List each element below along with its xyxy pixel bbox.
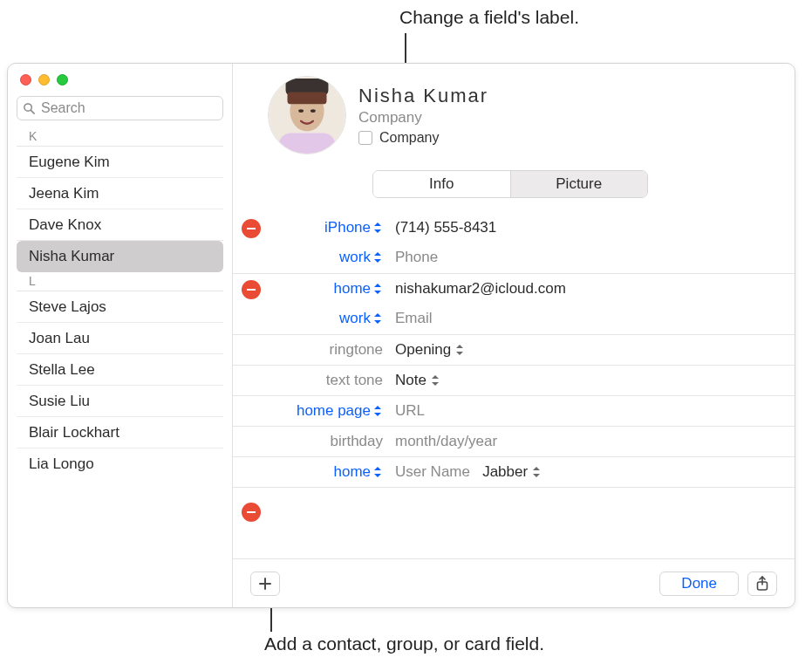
field-value[interactable]: (714) 555-8431 xyxy=(395,219,496,236)
field-label-static: ringtone xyxy=(330,341,383,359)
share-button[interactable] xyxy=(747,572,777,596)
im-service-popup[interactable]: Jabber xyxy=(482,463,542,481)
chevron-updown-icon xyxy=(374,467,383,477)
list-item[interactable]: Joan Lau xyxy=(17,323,223,354)
field-placeholder[interactable]: URL xyxy=(395,402,425,419)
list-item[interactable]: Blair Lockhart xyxy=(17,417,223,448)
minimize-icon[interactable] xyxy=(38,74,50,86)
field-label-popup[interactable]: home page xyxy=(297,402,383,420)
svg-point-6 xyxy=(298,109,304,113)
list-item[interactable]: Stella Lee xyxy=(17,354,223,386)
svg-line-1 xyxy=(31,110,34,113)
field-placeholder[interactable]: User Name xyxy=(395,463,470,480)
field-label-static: text tone xyxy=(326,372,383,389)
tab-info[interactable]: Info xyxy=(373,171,510,197)
field-label-popup[interactable]: work xyxy=(339,249,383,266)
field-placeholder[interactable]: Phone xyxy=(395,249,438,265)
field-label-popup[interactable]: home xyxy=(333,280,383,298)
zoom-icon[interactable] xyxy=(57,74,68,86)
chevron-updown-icon xyxy=(456,345,465,355)
tab-segmented: Info Picture xyxy=(372,170,648,198)
list-item[interactable]: Lia Longo xyxy=(17,448,223,480)
list-item[interactable]: Steve Lajos xyxy=(17,291,223,323)
close-icon[interactable] xyxy=(20,74,31,86)
field-placeholder[interactable]: Email xyxy=(395,310,433,326)
card-editor: Nisha Kumar Company Company Info Picture xyxy=(233,64,795,607)
list-item[interactable]: Susie Liu xyxy=(17,386,223,417)
remove-icon[interactable] xyxy=(242,219,261,238)
contact-list: K Eugene Kim Jeena Kim Dave Knox Nisha K… xyxy=(8,127,232,607)
field-label-static: birthday xyxy=(331,433,383,450)
company-checkbox[interactable] xyxy=(358,131,372,145)
field-label-popup[interactable]: iPhone xyxy=(324,219,383,236)
remove-icon[interactable] xyxy=(242,280,261,299)
chevron-updown-icon xyxy=(374,252,383,263)
company-field[interactable]: Company xyxy=(358,109,488,127)
field-label-popup[interactable]: work xyxy=(339,310,383,327)
plus-icon xyxy=(258,577,272,591)
bottom-toolbar: Done xyxy=(233,558,795,607)
field-list: iPhone (714) 555-8431 work Phone home ni… xyxy=(233,212,795,558)
search-input[interactable]: Search xyxy=(17,96,223,120)
chevron-updown-icon xyxy=(374,222,383,233)
chevron-updown-icon xyxy=(374,284,383,294)
section-header-l: L xyxy=(17,272,223,291)
add-button[interactable] xyxy=(250,572,280,596)
window-controls xyxy=(8,72,232,96)
card-header: Nisha Kumar Company Company xyxy=(233,64,795,163)
contact-name[interactable]: Nisha Kumar xyxy=(358,85,488,107)
callout-change-label: Change a field's label. xyxy=(399,7,579,28)
remove-icon[interactable] xyxy=(242,503,261,522)
company-checkbox-label: Company xyxy=(379,130,439,146)
avatar[interactable] xyxy=(268,76,346,154)
list-item[interactable]: Jeena Kim xyxy=(17,178,223,209)
svg-point-7 xyxy=(310,109,316,113)
field-value[interactable]: nishakumar2@icloud.com xyxy=(395,280,566,297)
field-placeholder[interactable]: month/day/year xyxy=(395,433,497,449)
svg-rect-8 xyxy=(279,133,336,154)
tab-picture[interactable]: Picture xyxy=(511,171,648,197)
app-window: Search K Eugene Kim Jeena Kim Dave Knox … xyxy=(7,63,795,608)
svg-rect-5 xyxy=(288,92,327,105)
list-item[interactable]: Eugene Kim xyxy=(17,147,223,178)
ringtone-popup[interactable]: Opening xyxy=(395,341,465,359)
search-icon xyxy=(23,102,36,115)
chevron-updown-icon xyxy=(432,375,440,386)
chevron-updown-icon xyxy=(374,406,383,416)
done-button[interactable]: Done xyxy=(659,572,739,596)
chevron-updown-icon xyxy=(533,467,542,477)
texttone-popup[interactable]: Note xyxy=(395,372,440,389)
section-header-k: K xyxy=(17,127,223,147)
field-label-popup[interactable]: home xyxy=(333,463,383,481)
list-item[interactable]: Dave Knox xyxy=(17,209,223,241)
share-icon xyxy=(755,576,769,592)
list-item-selected[interactable]: Nisha Kumar xyxy=(17,241,223,272)
callout-add: Add a contact, group, or card field. xyxy=(264,633,544,654)
search-placeholder: Search xyxy=(41,100,85,116)
chevron-updown-icon xyxy=(374,313,383,324)
sidebar: Search K Eugene Kim Jeena Kim Dave Knox … xyxy=(8,64,233,607)
